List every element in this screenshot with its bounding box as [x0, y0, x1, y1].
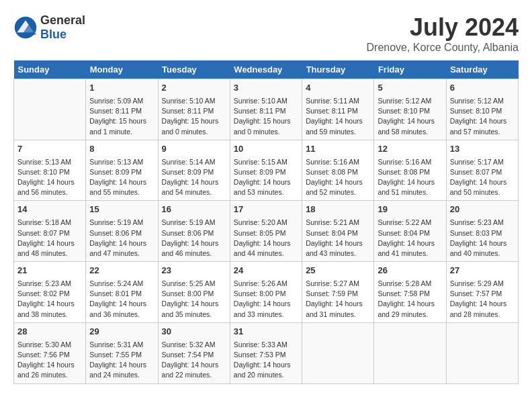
calendar-day-cell: 14Sunrise: 5:18 AMSunset: 8:07 PMDayligh…	[14, 201, 86, 262]
calendar-week-row: 1Sunrise: 5:09 AMSunset: 8:11 PMDaylight…	[14, 79, 519, 140]
day-number: 17	[234, 203, 298, 216]
day-number: 24	[234, 265, 298, 277]
day-number: 30	[162, 326, 226, 338]
calendar-day-cell: 17Sunrise: 5:20 AMSunset: 8:05 PMDayligh…	[230, 201, 302, 262]
day-info: Sunrise: 5:27 AMSunset: 7:59 PMDaylight:…	[306, 279, 370, 320]
calendar-day-cell: 16Sunrise: 5:19 AMSunset: 8:06 PMDayligh…	[158, 201, 230, 262]
calendar-day-cell: 29Sunrise: 5:31 AMSunset: 7:55 PMDayligh…	[86, 322, 158, 383]
calendar-day-cell: 4Sunrise: 5:11 AMSunset: 8:11 PMDaylight…	[302, 79, 374, 140]
day-number: 27	[450, 265, 515, 277]
calendar-day-cell	[374, 322, 446, 383]
day-number: 1	[89, 82, 154, 95]
calendar-day-cell: 9Sunrise: 5:14 AMSunset: 8:09 PMDaylight…	[158, 140, 230, 201]
calendar-day-cell: 26Sunrise: 5:28 AMSunset: 7:58 PMDayligh…	[374, 262, 446, 323]
calendar-week-row: 14Sunrise: 5:18 AMSunset: 8:07 PMDayligh…	[14, 201, 519, 262]
day-info: Sunrise: 5:10 AMSunset: 8:11 PMDaylight:…	[162, 96, 226, 137]
calendar-day-cell: 31Sunrise: 5:33 AMSunset: 7:53 PMDayligh…	[230, 322, 302, 383]
calendar-body: 1Sunrise: 5:09 AMSunset: 8:11 PMDaylight…	[14, 79, 519, 384]
weekday-header-cell: Tuesday	[158, 60, 230, 79]
page-header: General Blue July 2024 Drenove, Korce Co…	[13, 13, 519, 54]
day-info: Sunrise: 5:20 AMSunset: 8:05 PMDaylight:…	[234, 218, 298, 259]
day-number: 29	[89, 326, 154, 338]
day-number: 21	[17, 265, 82, 277]
calendar-day-cell: 27Sunrise: 5:29 AMSunset: 7:57 PMDayligh…	[446, 262, 518, 323]
day-info: Sunrise: 5:17 AMSunset: 8:07 PMDaylight:…	[450, 157, 515, 198]
calendar-day-cell: 23Sunrise: 5:25 AMSunset: 8:00 PMDayligh…	[158, 262, 230, 323]
calendar-table: SundayMondayTuesdayWednesdayThursdayFrid…	[13, 60, 519, 384]
day-info: Sunrise: 5:32 AMSunset: 7:54 PMDaylight:…	[162, 340, 226, 381]
day-number: 12	[378, 143, 442, 156]
weekday-header-cell: Saturday	[446, 60, 518, 79]
calendar-day-cell: 20Sunrise: 5:23 AMSunset: 8:03 PMDayligh…	[446, 201, 518, 262]
day-number: 3	[234, 82, 298, 95]
day-number: 6	[450, 82, 515, 95]
day-number: 18	[306, 203, 370, 216]
calendar-day-cell: 30Sunrise: 5:32 AMSunset: 7:54 PMDayligh…	[158, 322, 230, 383]
day-info: Sunrise: 5:25 AMSunset: 8:00 PMDaylight:…	[162, 279, 226, 320]
day-info: Sunrise: 5:11 AMSunset: 8:11 PMDaylight:…	[306, 96, 370, 137]
day-number: 14	[17, 203, 82, 216]
day-info: Sunrise: 5:10 AMSunset: 8:11 PMDaylight:…	[234, 96, 298, 137]
day-number: 19	[378, 203, 442, 216]
calendar-day-cell	[302, 322, 374, 383]
day-info: Sunrise: 5:12 AMSunset: 8:10 PMDaylight:…	[378, 96, 442, 137]
calendar-day-cell	[14, 79, 86, 140]
day-info: Sunrise: 5:18 AMSunset: 8:07 PMDaylight:…	[17, 218, 82, 259]
calendar-day-cell: 19Sunrise: 5:22 AMSunset: 8:04 PMDayligh…	[374, 201, 446, 262]
day-number: 13	[450, 143, 515, 156]
day-info: Sunrise: 5:19 AMSunset: 8:06 PMDaylight:…	[162, 218, 226, 259]
calendar-week-row: 28Sunrise: 5:30 AMSunset: 7:56 PMDayligh…	[14, 322, 519, 383]
day-info: Sunrise: 5:23 AMSunset: 8:03 PMDaylight:…	[450, 218, 515, 259]
day-info: Sunrise: 5:16 AMSunset: 8:08 PMDaylight:…	[378, 157, 442, 198]
calendar-day-cell: 10Sunrise: 5:15 AMSunset: 8:09 PMDayligh…	[230, 140, 302, 201]
day-number: 26	[378, 265, 442, 277]
calendar-day-cell: 6Sunrise: 5:12 AMSunset: 8:10 PMDaylight…	[446, 79, 518, 140]
weekday-header-cell: Monday	[86, 60, 158, 79]
logo: General Blue	[13, 13, 85, 42]
day-info: Sunrise: 5:24 AMSunset: 8:01 PMDaylight:…	[89, 279, 154, 320]
day-info: Sunrise: 5:31 AMSunset: 7:55 PMDaylight:…	[89, 340, 154, 381]
day-info: Sunrise: 5:30 AMSunset: 7:56 PMDaylight:…	[17, 340, 82, 381]
calendar-day-cell: 2Sunrise: 5:10 AMSunset: 8:11 PMDaylight…	[158, 79, 230, 140]
day-info: Sunrise: 5:13 AMSunset: 8:09 PMDaylight:…	[89, 157, 154, 198]
day-info: Sunrise: 5:13 AMSunset: 8:10 PMDaylight:…	[17, 157, 82, 198]
day-info: Sunrise: 5:16 AMSunset: 8:08 PMDaylight:…	[306, 157, 370, 198]
calendar-day-cell: 1Sunrise: 5:09 AMSunset: 8:11 PMDaylight…	[86, 79, 158, 140]
calendar-day-cell: 21Sunrise: 5:23 AMSunset: 8:02 PMDayligh…	[14, 262, 86, 323]
weekday-header-cell: Wednesday	[230, 60, 302, 79]
calendar-day-cell: 12Sunrise: 5:16 AMSunset: 8:08 PMDayligh…	[374, 140, 446, 201]
calendar-day-cell: 7Sunrise: 5:13 AMSunset: 8:10 PMDaylight…	[14, 140, 86, 201]
day-number: 4	[306, 82, 370, 95]
month-title: July 2024	[367, 13, 519, 42]
calendar-day-cell: 3Sunrise: 5:10 AMSunset: 8:11 PMDaylight…	[230, 79, 302, 140]
calendar-day-cell: 18Sunrise: 5:21 AMSunset: 8:04 PMDayligh…	[302, 201, 374, 262]
day-number: 23	[162, 265, 226, 277]
weekday-header-cell: Sunday	[14, 60, 86, 79]
logo-icon	[13, 15, 38, 40]
weekday-header-row: SundayMondayTuesdayWednesdayThursdayFrid…	[14, 60, 519, 79]
calendar-day-cell: 28Sunrise: 5:30 AMSunset: 7:56 PMDayligh…	[14, 322, 86, 383]
calendar-day-cell	[446, 322, 518, 383]
day-number: 10	[234, 143, 298, 156]
day-number: 2	[162, 82, 226, 95]
day-number: 20	[450, 203, 515, 216]
day-info: Sunrise: 5:15 AMSunset: 8:09 PMDaylight:…	[234, 157, 298, 198]
calendar-week-row: 21Sunrise: 5:23 AMSunset: 8:02 PMDayligh…	[14, 262, 519, 323]
day-number: 31	[234, 326, 298, 338]
day-info: Sunrise: 5:33 AMSunset: 7:53 PMDaylight:…	[234, 340, 298, 381]
calendar-day-cell: 11Sunrise: 5:16 AMSunset: 8:08 PMDayligh…	[302, 140, 374, 201]
day-number: 5	[378, 82, 442, 95]
day-info: Sunrise: 5:28 AMSunset: 7:58 PMDaylight:…	[378, 279, 442, 320]
calendar-day-cell: 22Sunrise: 5:24 AMSunset: 8:01 PMDayligh…	[86, 262, 158, 323]
day-number: 11	[306, 143, 370, 156]
calendar-week-row: 7Sunrise: 5:13 AMSunset: 8:10 PMDaylight…	[14, 140, 519, 201]
calendar-day-cell: 8Sunrise: 5:13 AMSunset: 8:09 PMDaylight…	[86, 140, 158, 201]
calendar-day-cell: 13Sunrise: 5:17 AMSunset: 8:07 PMDayligh…	[446, 140, 518, 201]
day-number: 28	[17, 326, 82, 338]
calendar-day-cell: 15Sunrise: 5:19 AMSunset: 8:06 PMDayligh…	[86, 201, 158, 262]
weekday-header-cell: Thursday	[302, 60, 374, 79]
location-title: Drenove, Korce County, Albania	[367, 42, 519, 54]
day-info: Sunrise: 5:09 AMSunset: 8:11 PMDaylight:…	[89, 96, 154, 137]
day-info: Sunrise: 5:19 AMSunset: 8:06 PMDaylight:…	[89, 218, 154, 259]
day-number: 7	[17, 143, 82, 156]
